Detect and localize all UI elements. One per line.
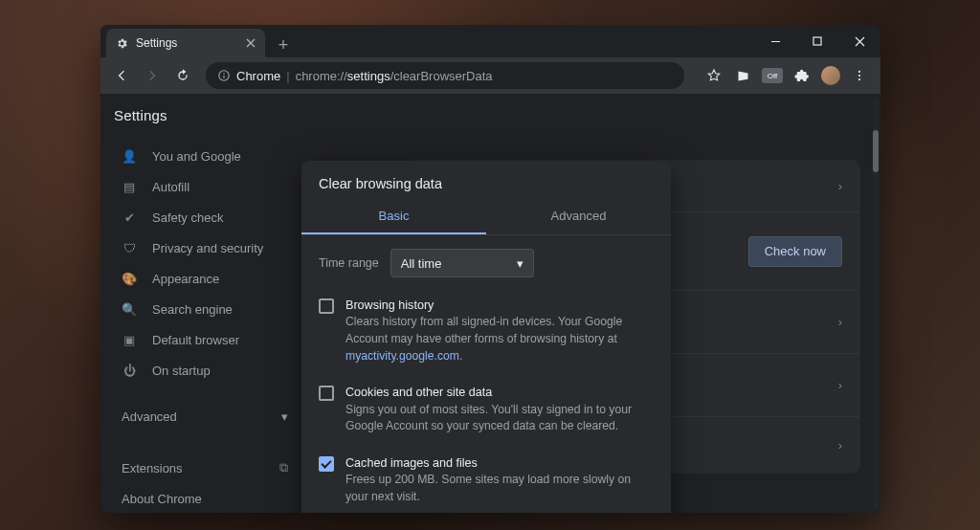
close-tab-icon[interactable] (246, 38, 256, 48)
svg-point-6 (858, 78, 860, 80)
reload-button[interactable] (169, 62, 196, 89)
option-title: Cookies and other site data (345, 384, 654, 401)
chrome-window: Settings + Chrome | chrome://settings/cl (100, 25, 880, 513)
extension-icon-1[interactable] (733, 66, 752, 85)
window-minimize-button[interactable] (754, 25, 796, 57)
time-range-value: All time (401, 256, 442, 271)
svg-rect-0 (813, 37, 821, 45)
extensions-icon[interactable] (792, 66, 812, 85)
desktop-wallpaper: Settings + Chrome | chrome://settings/cl (0, 0, 980, 530)
bookmark-star-icon[interactable] (704, 66, 724, 85)
window-close-button[interactable] (838, 25, 880, 57)
omnibox-sep: | (286, 69, 289, 83)
back-button[interactable] (108, 62, 135, 89)
clear-browsing-data-dialog: Clear browsing data Basic Advanced Time … (301, 161, 671, 513)
dialog-scrim: Clear browsing data Basic Advanced Time … (100, 163, 880, 513)
checkbox-browsing-history[interactable] (319, 298, 334, 314)
option-title: Browsing history (345, 297, 654, 314)
svg-rect-3 (223, 75, 224, 78)
option-title: Cached images and files (345, 454, 654, 472)
myactivity-link[interactable]: myactivity.google.com (345, 349, 459, 363)
window-maximize-button[interactable] (796, 25, 838, 57)
toolbar-right: Off (704, 66, 873, 85)
forward-button[interactable] (139, 62, 166, 89)
new-tab-button[interactable]: + (271, 33, 296, 57)
omnibox-chip: Chrome (236, 69, 280, 83)
dialog-title: Clear browsing data (301, 161, 671, 199)
svg-point-5 (858, 75, 860, 77)
dropdown-caret-icon: ▾ (517, 256, 523, 271)
browser-tab-settings[interactable]: Settings (106, 29, 265, 57)
window-controls (754, 25, 880, 57)
profile-avatar-button[interactable] (821, 66, 840, 85)
tab-title: Settings (136, 36, 177, 50)
settings-heading: Settings (114, 107, 296, 123)
option-cached: Cached images and files Frees up 200 MB.… (319, 447, 654, 513)
browser-toolbar: Chrome | chrome://settings/clearBrowserD… (100, 57, 880, 94)
svg-point-4 (858, 71, 860, 73)
time-range-select[interactable]: All time ▾ (390, 249, 534, 277)
checkbox-cookies[interactable] (319, 386, 334, 401)
dialog-tabs: Basic Advanced (301, 199, 671, 235)
person-icon: 👤 (122, 149, 137, 164)
gear-icon (116, 37, 128, 50)
option-browsing-history: Browsing history Clears history from all… (319, 289, 654, 376)
tab-strip: Settings + (100, 25, 880, 57)
address-bar[interactable]: Chrome | chrome://settings/clearBrowserD… (206, 62, 684, 89)
extension-badge-off[interactable]: Off (762, 68, 783, 83)
settings-content: Settings 👤You and Google ▤Autofill ✔Safe… (100, 94, 880, 513)
tab-basic[interactable]: Basic (301, 199, 486, 234)
svg-point-2 (223, 73, 224, 74)
kebab-menu-icon[interactable] (850, 66, 869, 85)
time-range-label: Time range (319, 256, 379, 270)
checkbox-cached-images[interactable] (319, 456, 334, 472)
site-info-icon[interactable] (217, 69, 231, 82)
tab-advanced[interactable]: Advanced (486, 199, 671, 234)
omnibox-url: chrome://settings/clearBrowserData (296, 69, 493, 83)
option-cookies: Cookies and other site data Signs you ou… (319, 376, 654, 447)
